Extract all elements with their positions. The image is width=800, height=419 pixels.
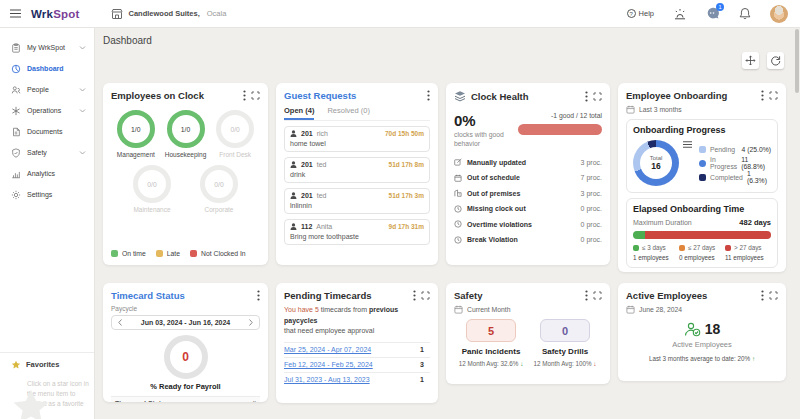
sidebar-item-dashboard[interactable]: Dashboard bbox=[0, 58, 94, 79]
card-title[interactable]: Guest Requests bbox=[284, 90, 422, 101]
clock-icon bbox=[454, 220, 462, 228]
wrkspot-dashboard: WrkSpot Candlewood Suites, Ocala Help 1 bbox=[0, 0, 800, 419]
property-selector[interactable]: Candlewood Suites, Ocala bbox=[111, 8, 226, 20]
property-city: Ocala bbox=[207, 9, 227, 18]
onboarding-progress-title: Onboarding Progress bbox=[633, 125, 771, 135]
calendar-icon bbox=[454, 305, 463, 314]
paycycle-link[interactable]: Mar 25, 2024 - Apr 07, 2024 bbox=[284, 346, 420, 353]
sidebar-item-analytics[interactable]: Analytics bbox=[0, 163, 94, 184]
expand-icon[interactable] bbox=[769, 291, 778, 300]
guest-request-item[interactable]: 201 ted 51d 17h 3m lnlinnin bbox=[284, 188, 430, 214]
guest-icon bbox=[290, 223, 297, 230]
notifications-button[interactable] bbox=[739, 7, 751, 20]
kebab-menu-icon[interactable] bbox=[257, 290, 260, 301]
sidebar-item-people[interactable]: People bbox=[0, 79, 94, 100]
metric-row: Overtime violations0 proc. bbox=[454, 217, 602, 233]
app-logo: WrkSpot bbox=[31, 8, 79, 20]
metric-row: Break Violation0 proc. bbox=[454, 232, 602, 248]
max-duration-value: 482 days bbox=[739, 218, 771, 227]
clock-health-caption: clocks with good behavior bbox=[454, 131, 510, 149]
kebab-menu-icon[interactable] bbox=[761, 90, 764, 101]
people-icon bbox=[11, 85, 21, 95]
trend-down-icon: ↓ bbox=[593, 360, 596, 367]
completed-swatch bbox=[699, 174, 706, 181]
panic-alert-button[interactable] bbox=[673, 8, 687, 20]
trend-up-icon: ↑ bbox=[752, 355, 755, 362]
kebab-menu-icon[interactable] bbox=[427, 90, 430, 101]
clock-health-ratio: -1 good / 12 total bbox=[518, 112, 602, 119]
card-pending-timecards: Pending Timecards You have 5 timecards f… bbox=[276, 283, 438, 403]
paycycle-link[interactable]: Feb 12, 2024 - Feb 25, 2024 bbox=[284, 361, 420, 368]
refresh-button[interactable] bbox=[767, 52, 784, 69]
elapsed-segment-0 bbox=[633, 231, 645, 239]
expand-icon[interactable] bbox=[593, 291, 602, 300]
tab-resolved[interactable]: Resolved (0) bbox=[327, 106, 370, 120]
on-time-swatch bbox=[111, 250, 118, 257]
kebab-menu-icon[interactable] bbox=[585, 290, 588, 301]
sidebar-item-my-wrkspot[interactable]: My WrkSpot bbox=[0, 37, 94, 58]
arrange-widgets-button[interactable] bbox=[742, 52, 759, 69]
clock-icon bbox=[454, 205, 462, 213]
onboarding-period: Last 3 months bbox=[639, 106, 682, 113]
expand-icon[interactable] bbox=[421, 291, 430, 300]
documents-icon bbox=[11, 127, 21, 137]
clock-health-bar bbox=[518, 124, 602, 135]
analytics-icon bbox=[11, 169, 21, 179]
chevron-down-icon bbox=[79, 151, 86, 155]
safety-period: Current Month bbox=[467, 306, 510, 313]
calendar-icon bbox=[626, 105, 635, 114]
guest-request-item[interactable]: 201 ted 51d 17h 8m drink bbox=[284, 157, 430, 183]
chat-button[interactable]: 1 bbox=[706, 7, 720, 20]
question-icon bbox=[627, 9, 636, 18]
metric-row: Out of premises3 proc. bbox=[454, 186, 602, 202]
property-name: Candlewood Suites, bbox=[128, 9, 199, 18]
chart-menu-icon[interactable] bbox=[683, 141, 692, 148]
card-guest-requests: Guest Requests Open (4) Resolved (0) 201 bbox=[276, 83, 438, 265]
ring-front-desk: 0/0 Front Desk bbox=[210, 110, 260, 158]
pending-row: Feb 12, 2024 - Feb 25, 2024 3 bbox=[284, 357, 430, 372]
dashboard-icon bbox=[11, 64, 21, 74]
sidebar-item-safety[interactable]: Safety bbox=[0, 142, 94, 163]
elapsed-bar-chart bbox=[633, 231, 771, 239]
kebab-menu-icon[interactable] bbox=[413, 290, 416, 301]
guest-request-item[interactable]: 112 Anita 9d 17h 31m Bring more toothpas… bbox=[284, 219, 430, 245]
top-bar: WrkSpot Candlewood Suites, Ocala Help 1 bbox=[0, 0, 800, 28]
elapsed-legend: ≤ 3 days1 employees ≤ 27 days0 employees… bbox=[633, 244, 771, 261]
chevron-down-icon bbox=[79, 88, 86, 92]
sidebar-item-operations[interactable]: Operations bbox=[0, 100, 94, 121]
hamburger-menu-icon[interactable] bbox=[10, 9, 21, 18]
ring-corporate: 0/0 Corporate bbox=[200, 165, 238, 213]
kebab-menu-icon[interactable] bbox=[761, 290, 764, 301]
kebab-menu-icon[interactable] bbox=[585, 91, 588, 102]
card-title[interactable]: Timecard Status bbox=[111, 290, 252, 301]
expand-icon[interactable] bbox=[593, 92, 602, 101]
next-paycycle-icon[interactable] bbox=[249, 319, 253, 326]
pending-swatch bbox=[699, 146, 706, 153]
sidebar-item-documents[interactable]: Documents bbox=[0, 121, 94, 142]
tab-open[interactable]: Open (4) bbox=[284, 106, 314, 120]
kebab-menu-icon[interactable] bbox=[243, 90, 246, 101]
paycycle-selector[interactable]: Jun 03, 2024 - Jun 16, 2024 bbox=[111, 315, 260, 330]
card-safety: Safety Current Month 5 Panic Incidents bbox=[446, 283, 610, 384]
panic-incidents-stat: 5 Panic Incidents 12 Month Avg: 32.6% ↓ bbox=[454, 319, 528, 367]
request-age: 51d 17h 3m bbox=[389, 192, 424, 199]
move-icon bbox=[745, 55, 756, 66]
pending-row: Jul 31, 2023 - Aug 13, 2023 1 bbox=[284, 372, 430, 387]
onboarding-legend: Pending4 (25.0%) In Progress11 (68.8%) C… bbox=[699, 142, 771, 184]
shield-icon bbox=[11, 148, 21, 158]
help-button[interactable]: Help bbox=[627, 9, 654, 18]
main-content: Dashboard Employees on Clock bbox=[95, 28, 800, 419]
pending-message: You have 5 timecards from previous paycy… bbox=[284, 305, 430, 337]
page-scrollbar[interactable] bbox=[795, 29, 799, 93]
expand-icon[interactable] bbox=[769, 91, 778, 100]
expand-icon[interactable] bbox=[251, 91, 260, 100]
premises-icon bbox=[454, 189, 462, 197]
card-employees-on-clock: Employees on Clock 1/0 Management 1/0 bbox=[103, 83, 268, 265]
guest-request-item[interactable]: 201 rich 70d 15h 50m home towel bbox=[284, 126, 430, 152]
page-title: Dashboard bbox=[103, 35, 800, 46]
guest-icon bbox=[290, 161, 297, 168]
paycycle-link[interactable]: Jul 31, 2023 - Aug 13, 2023 bbox=[284, 376, 420, 383]
user-avatar[interactable] bbox=[770, 5, 788, 23]
sidebar-item-settings[interactable]: Settings bbox=[0, 184, 94, 205]
le-3-days-swatch bbox=[633, 245, 639, 251]
